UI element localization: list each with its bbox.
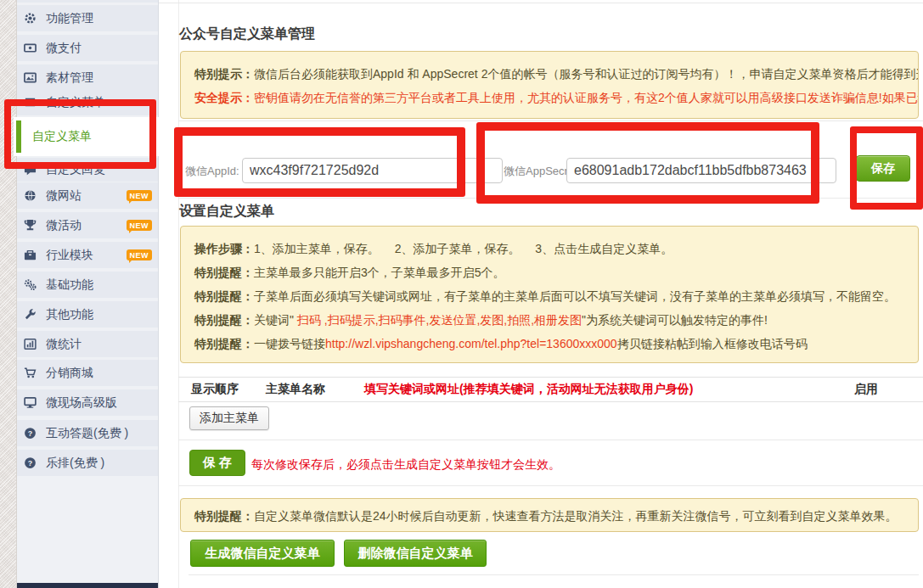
generate-menu-button[interactable]: 生成微信自定义菜单 [190, 540, 335, 567]
notice-line: 特别提醒：一键拨号链接http://wzl.vipshangcheng.com/… [181, 332, 918, 356]
sidebar-item-label: 自定义回复 [46, 162, 105, 177]
sidebar-item-label: 微现场高级版 [46, 395, 117, 411]
new-badge: NEW [127, 190, 153, 201]
notice-text: 主菜单最多只能开启3个，子菜单最多开启5个。 [254, 266, 505, 279]
banknote-icon [23, 42, 37, 55]
notice-text: 特别提醒： [194, 289, 254, 303]
sidebar-item-label: 分销商城 [46, 366, 93, 381]
notice-text: 特别提醒： [194, 266, 254, 279]
sidebar-item-label: 功能管理 [46, 11, 93, 26]
notice-text: 微信后台必须能获取到AppId 和 AppSecret 2个值的帐号（服务号和认… [254, 67, 919, 81]
sidebar-item-label: 基础功能 [46, 277, 93, 293]
divider [178, 440, 923, 440]
globe-icon [23, 189, 37, 203]
svg-text:?: ? [27, 429, 31, 438]
notice-line: 特别提醒：主菜单最多只能开启3个，子菜单最多开启5个。 [181, 260, 918, 284]
sidebar-item-live-scene-pro[interactable]: 微现场高级版 [17, 389, 158, 416]
notice-top: 特别提示：微信后台必须能获取到AppId 和 AppSecret 2个值的帐号（… [180, 51, 919, 119]
notice-text: 特别提醒： [194, 337, 254, 350]
sidebar-item-label: 自定义菜单 [46, 95, 105, 110]
wrench-icon [23, 308, 37, 322]
sidebar-bottom-bar [17, 583, 158, 588]
table-header: 显示顺序主菜单名称填写关键词或网址(推荐填关键词，活动网址无法获取用户身份)启用 [178, 377, 923, 402]
svg-text:?: ? [27, 459, 31, 468]
notice-text: "为系统关键词可以触发特定的事件! [582, 313, 768, 327]
new-badge: NEW [127, 220, 153, 231]
image-icon [23, 71, 37, 85]
save-warning-text: 每次修改保存后，必须点击生成自定义菜单按钮才会生效。 [251, 457, 560, 473]
add-main-menu-button[interactable]: 添加主菜单 [189, 406, 269, 430]
sidebar-item-micro-site[interactable]: 微网站NEW [17, 182, 158, 209]
sidebar-item-label: 自定义菜单 [32, 129, 92, 144]
sidebar-item-micro-activity[interactable]: 微活动NEW [17, 212, 158, 238]
notice-line: 操作步骤：1、添加主菜单，保存。 2、添加子菜单，保存。 3、点击生成自定义菜单… [181, 237, 918, 260]
sidebar-item-label: 微活动 [46, 218, 82, 233]
sidebar-item-materials[interactable]: 素材管理 [17, 64, 158, 91]
notice-line: 特别提示：微信后台必须能获取到AppId 和 AppSecret 2个值的帐号（… [181, 62, 918, 86]
notice-text: 特别提示： [194, 67, 254, 81]
appsecret-input[interactable] [566, 158, 836, 183]
sidebar-gutter [0, 0, 17, 588]
sidebar-item-lepai-free[interactable]: ?乐排(免费 ) [17, 450, 158, 476]
notice-text: 特别提醒： [194, 313, 254, 327]
notice-text: 特别提醒： [194, 509, 254, 523]
sidebar-item-label: 乐排(免费 ) [46, 456, 104, 471]
notice-text: 关键词" [254, 313, 297, 327]
new-badge: NEW [127, 249, 153, 260]
monitor-icon [23, 396, 37, 410]
divider [178, 120, 923, 121]
notice-text: http://wzl.vipshangcheng.com/tel.php?tel… [325, 337, 617, 350]
sidebar-item-label: 互动答题(免费 ) [46, 426, 128, 441]
save-button-2[interactable]: 保 存 [189, 450, 245, 476]
sidebar-item-distribution-mall[interactable]: 分销商城 [17, 360, 158, 386]
section-title: 设置自定义菜单 [179, 203, 274, 221]
content-left-border [178, 0, 179, 588]
save-button[interactable]: 保存 [856, 155, 910, 182]
sidebar-item-features[interactable]: 功能管理 [17, 5, 158, 31]
notice-text: 1、添加主菜单，保存。 2、添加子菜单，保存。 3、点击生成自定义菜单。 [254, 242, 673, 255]
sidebar-item-other-functions[interactable]: 其他功能 [17, 301, 158, 328]
sidebar-item-label: 素材管理 [46, 70, 93, 86]
notice-line: 安全提示：密钥值请勿在无信誉的第三方平台或者工具上使用，尤其的认证服务号，有这2… [181, 86, 918, 109]
sidebar-item-label: 其他功能 [46, 307, 93, 322]
sidebar-item-custom-menu-sub[interactable]: 自定义菜单 [14, 117, 159, 156]
notice-text: 一键拨号链接 [254, 337, 325, 350]
notice-line: 特别提醒：子菜单后面必须填写关键词或网址，有子菜单的主菜单后面可以不填写关键词，… [181, 284, 918, 308]
table-header-cell: 显示顺序 [191, 382, 239, 397]
delete-menu-button[interactable]: 删除微信自定义菜单 [344, 540, 487, 567]
trophy-icon [23, 219, 37, 232]
sidebar-top-sliver [17, 0, 158, 3]
notice-text: 拷贝链接粘帖到输入框修改电话号码 [617, 337, 808, 350]
table-header-cell: 填写关键词或网址(推荐填关键词，活动网址无法获取用户身份) [364, 382, 693, 397]
page: 功能管理微支付素材管理自定义菜单自定义菜单自定义回复微网站NEW微活动NEW行业… [0, 0, 923, 588]
sidebar-item-basic-functions[interactable]: 基础功能 [17, 272, 158, 298]
page-title: 公众号自定义菜单管理 [179, 25, 315, 43]
notice-text: 自定义菜单微信默认是24小时候后自动更新，快速查看方法是取消关注，再重新关注微信… [254, 509, 898, 523]
divider [189, 574, 919, 575]
appid-input[interactable] [242, 158, 503, 183]
content-top-divider [159, 3, 923, 3]
table-header-cell: 启用 [854, 382, 878, 397]
cart-icon [23, 367, 37, 380]
appid-label: 微信AppId: [185, 164, 239, 179]
notice-text: 操作步骤： [194, 242, 254, 255]
sidebar: 功能管理微支付素材管理自定义菜单自定义菜单自定义回复微网站NEW微活动NEW行业… [17, 0, 159, 588]
sidebar-item-custom-menu[interactable]: 自定义菜单 [17, 89, 158, 115]
gear-icon [23, 12, 37, 25]
sidebar-item-wepay[interactable]: 微支付 [17, 35, 158, 61]
sidebar-item-label: 微支付 [46, 41, 82, 56]
chat-icon [23, 163, 37, 176]
steps-notice: 操作步骤：1、添加主菜单，保存。 2、添加子菜单，保存。 3、点击生成自定义菜单… [180, 226, 919, 363]
sidebar-item-industry-modules[interactable]: 行业模块NEW [17, 242, 158, 268]
notice-text: 子菜单后面必须填写关键词或网址，有子菜单的主菜单后面可以不填写关键词，没有子菜单… [254, 289, 896, 303]
gears-icon [23, 278, 37, 292]
notice-text: 安全提示： [194, 91, 254, 104]
notice-text: 密钥值请勿在无信誉的第三方平台或者工具上使用，尤其的认证服务号，有这2个值人家就… [254, 91, 919, 104]
menu-bars-icon [23, 96, 37, 109]
sidebar-item-micro-stats[interactable]: 微统计 [17, 331, 158, 357]
sidebar-item-quiz-free[interactable]: ?互动答题(免费 ) [17, 420, 158, 446]
help-icon: ? [23, 427, 37, 440]
update-notice: 特别提醒：自定义菜单微信默认是24小时候后自动更新，快速查看方法是取消关注，再重… [180, 498, 919, 532]
sidebar-item-auto-reply[interactable]: 自定义回复 [17, 158, 158, 182]
divider [178, 485, 923, 486]
